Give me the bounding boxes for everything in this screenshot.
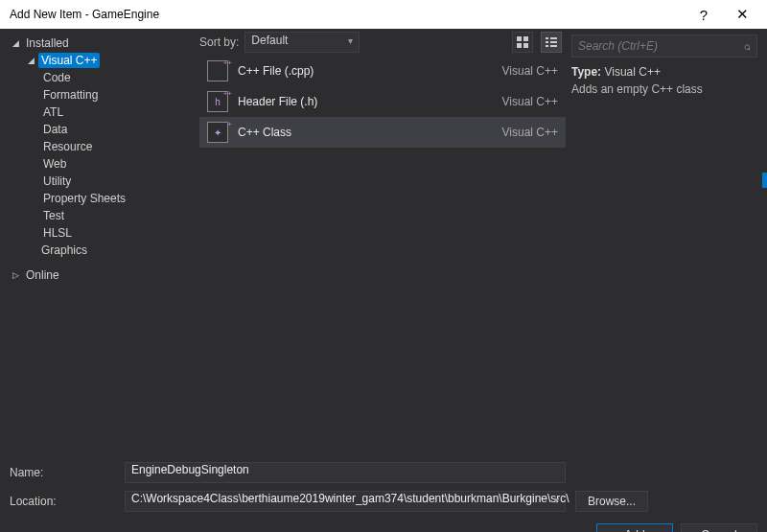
- template-panel: Sort by: Default ++ C++ File (.cpp) Visu…: [199, 29, 566, 454]
- tree-label: Graphics: [38, 243, 90, 258]
- sort-label: Sort by:: [199, 35, 239, 49]
- svg-rect-6: [546, 41, 548, 43]
- close-button[interactable]: ✕: [723, 0, 761, 29]
- template-cpp-file[interactable]: ++ C++ File (.cpp) Visual C++: [199, 56, 566, 86]
- tree-item[interactable]: Data: [2, 121, 198, 138]
- search-box[interactable]: ⌕: [571, 35, 757, 58]
- svg-rect-4: [546, 37, 548, 39]
- dialog-buttons: Add Cancel: [0, 521, 767, 532]
- template-lang: Visual C++: [502, 126, 558, 139]
- chevron-right-icon: ▷: [8, 270, 23, 280]
- tree-item[interactable]: Utility: [2, 173, 198, 190]
- template-list: ++ C++ File (.cpp) Visual C++ h++ Header…: [199, 56, 566, 454]
- tree-label: Resource: [40, 139, 95, 154]
- tree-visual-cpp[interactable]: ◢ Visual C++: [2, 52, 198, 69]
- chevron-down-icon: ◢: [23, 56, 38, 65]
- template-lang: Visual C++: [502, 64, 558, 78]
- tree-label: Code: [40, 70, 74, 85]
- template-header-file[interactable]: h++ Header File (.h) Visual C++: [199, 86, 566, 117]
- name-value: EngineDebugSingleton: [131, 463, 249, 476]
- svg-rect-9: [550, 45, 557, 47]
- svg-rect-1: [523, 36, 528, 41]
- tree-label: Visual C++: [38, 53, 100, 68]
- tree-label: ATL: [40, 104, 66, 120]
- tree-item[interactable]: Formatting: [2, 86, 198, 104]
- name-label: Name:: [10, 466, 125, 479]
- tree-label: Formatting: [40, 87, 101, 103]
- sort-bar: Sort by: Default: [199, 29, 566, 56]
- tree-item[interactable]: HLSL: [2, 224, 198, 242]
- template-name: C++ File (.cpp): [238, 64, 493, 78]
- tree-label: HLSL: [40, 225, 75, 241]
- tree-online[interactable]: ▷ Online: [2, 266, 198, 284]
- template-lang: Visual C++: [502, 95, 558, 108]
- help-button[interactable]: ?: [685, 0, 723, 29]
- svg-rect-8: [546, 45, 548, 47]
- tree-label: Property Sheets: [40, 191, 128, 206]
- add-label: Add: [624, 528, 644, 532]
- tree-label: Online: [23, 267, 62, 283]
- svg-rect-3: [523, 43, 528, 48]
- location-field[interactable]: C:\Workspace4Class\berthiaume2019winter_…: [125, 491, 566, 512]
- title-bar: Add New Item - GameEngine ? ✕: [0, 0, 767, 29]
- template-name: Header File (.h): [238, 95, 493, 108]
- add-button[interactable]: Add: [596, 523, 673, 532]
- search-icon: ⌕: [744, 39, 751, 53]
- template-name: C++ Class: [238, 126, 493, 139]
- tree-installed[interactable]: ◢ Installed: [2, 35, 198, 52]
- location-value: C:\Workspace4Class\berthiaume2019winter_…: [131, 492, 569, 505]
- tree-item[interactable]: Property Sheets: [2, 190, 198, 207]
- name-field[interactable]: EngineDebugSingleton: [125, 462, 566, 483]
- scroll-indicator: [762, 173, 767, 188]
- tree-label: Utility: [40, 173, 74, 189]
- browse-button[interactable]: Browse...: [575, 491, 648, 512]
- main-area: ◢ Installed ◢ Visual C++ Code Formatting…: [0, 29, 767, 454]
- detail-panel: ⌕ Type: Visual C++ Adds an empty C++ cla…: [566, 29, 767, 454]
- svg-rect-0: [517, 36, 522, 41]
- list-icon: [546, 36, 557, 48]
- grid-icon: [517, 36, 528, 48]
- browse-label: Browse...: [588, 495, 636, 508]
- svg-rect-2: [517, 43, 522, 48]
- sort-dropdown[interactable]: Default: [244, 32, 360, 53]
- tree-label: Data: [40, 122, 70, 137]
- tree-label: Test: [40, 208, 67, 223]
- view-small-icons[interactable]: [541, 32, 562, 53]
- cpp-file-icon: ++: [207, 60, 228, 81]
- category-tree: ◢ Installed ◢ Visual C++ Code Formatting…: [0, 29, 199, 454]
- tree-item[interactable]: Web: [2, 155, 198, 173]
- svg-rect-5: [550, 37, 557, 39]
- search-input[interactable]: [578, 39, 744, 53]
- name-row: Name: EngineDebugSingleton: [10, 460, 757, 485]
- cancel-button[interactable]: Cancel: [681, 523, 757, 532]
- cpp-class-icon: ✦+: [207, 122, 228, 143]
- svg-rect-7: [550, 41, 557, 43]
- tree-item[interactable]: ATL: [2, 104, 198, 121]
- tree-label: Web: [40, 156, 69, 172]
- type-value: Visual C++: [604, 65, 660, 79]
- sort-value: Default: [251, 34, 288, 47]
- form-area: Name: EngineDebugSingleton Location: C:\…: [0, 454, 767, 521]
- tree-item[interactable]: Resource: [2, 138, 198, 155]
- location-row: Location: C:\Workspace4Class\berthiaume2…: [10, 489, 757, 514]
- detail-type: Type: Visual C++: [571, 65, 757, 79]
- location-label: Location:: [10, 495, 125, 508]
- tree-item[interactable]: Test: [2, 207, 198, 224]
- header-file-icon: h++: [207, 91, 228, 112]
- detail-description: Adds an empty C++ class: [571, 82, 757, 96]
- view-medium-icons[interactable]: [512, 32, 533, 53]
- cancel-label: Cancel: [701, 528, 736, 532]
- tree-graphics[interactable]: Graphics: [2, 242, 198, 259]
- chevron-down-icon: ◢: [8, 38, 23, 48]
- tree-label: Installed: [23, 35, 72, 51]
- window-title: Add New Item - GameEngine: [10, 8, 685, 21]
- tree-item[interactable]: Code: [2, 69, 198, 86]
- type-label: Type:: [571, 65, 601, 79]
- template-cpp-class[interactable]: ✦+ C++ Class Visual C++: [199, 117, 566, 148]
